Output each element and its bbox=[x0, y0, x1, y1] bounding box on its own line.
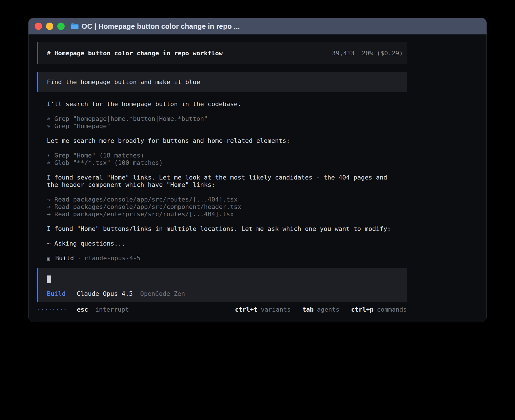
model-label: Claude Opus 4.5 bbox=[77, 290, 133, 297]
tool-call-grep: ∗ Grep "homepage|home.*button|Home.*butt… bbox=[47, 115, 398, 123]
esc-action: interrupt bbox=[95, 306, 129, 313]
terminal-window: OC | Homepage button color change in rep… bbox=[28, 18, 487, 322]
zoom-button[interactable] bbox=[57, 23, 65, 30]
shortcut-key: tab bbox=[302, 306, 314, 313]
session-title: # Homepage button color change in repo w… bbox=[47, 50, 223, 57]
agent-separator: · bbox=[77, 255, 81, 262]
traffic-lights bbox=[35, 23, 65, 30]
shortcut-key: ctrl+t bbox=[235, 306, 257, 313]
assistant-text: I found several "Home" links. Let me loo… bbox=[47, 174, 398, 189]
status-bar: ········ esc interrupt ctrl+tvariants ta… bbox=[37, 306, 407, 313]
conversation: I'll search for the homepage button in t… bbox=[37, 100, 407, 262]
assistant-text: I'll search for the homepage button in t… bbox=[47, 100, 398, 108]
terminal-body: # Homepage button color change in repo w… bbox=[29, 34, 486, 322]
close-button[interactable] bbox=[35, 23, 42, 30]
session-stats: 39,41320% ($0.29) bbox=[332, 50, 403, 57]
window-title: OC | Homepage button color change in rep… bbox=[82, 22, 240, 30]
tool-call-grep: ∗ Grep "Home" (18 matches) bbox=[47, 152, 398, 159]
composer-meta: Build Claude Opus 4.5 OpenCode Zen bbox=[47, 290, 403, 298]
text-cursor bbox=[47, 275, 51, 283]
tool-call-read: → Read packages/console/app/src/componen… bbox=[47, 203, 398, 211]
tool-call-read: → Read packages/console/app/src/routes/[… bbox=[47, 196, 398, 203]
user-message: Find the homepage button and make it blu… bbox=[37, 72, 407, 92]
tool-call-read: → Read packages/enterprise/src/routes/[.… bbox=[47, 211, 398, 218]
shortcut-label: agents bbox=[317, 306, 339, 313]
agent-name: Build bbox=[55, 255, 74, 262]
shortcut-label: commands bbox=[377, 306, 407, 313]
tool-call-group: ∗ Grep "homepage|home.*button|Home.*butt… bbox=[47, 115, 398, 130]
spinner-dots: ········ bbox=[37, 306, 67, 313]
shortcut-agents: tabagents bbox=[302, 306, 339, 313]
shortcut-variants: ctrl+tvariants bbox=[235, 306, 291, 313]
working-status: ~ Asking questions... bbox=[47, 240, 398, 247]
folder-icon bbox=[71, 23, 79, 29]
statusbar-left: ········ esc interrupt bbox=[37, 306, 129, 313]
esc-key: esc bbox=[77, 306, 88, 313]
shortcut-key: ctrl+p bbox=[351, 306, 374, 313]
input-area[interactable]: Build Claude Opus 4.5 OpenCode Zen bbox=[37, 268, 407, 302]
tool-call-glob: ∗ Glob "**/*.tsx" (100 matches) bbox=[47, 159, 398, 167]
minimize-button[interactable] bbox=[46, 23, 53, 30]
shortcut-commands: ctrl+pcommands bbox=[351, 306, 407, 313]
tool-call-grep: ∗ Grep "Homepage" bbox=[47, 123, 398, 130]
statusbar-right: ctrl+tvariants tabagents ctrl+pcommands bbox=[227, 306, 407, 313]
user-message-text: Find the homepage button and make it blu… bbox=[47, 78, 200, 86]
agent-model: claude-opus-4-5 bbox=[84, 255, 141, 262]
shortcut-label: variants bbox=[261, 306, 291, 313]
assistant-text: I found "Home" buttons/links in multiple… bbox=[47, 225, 398, 233]
token-count: 39,413 bbox=[332, 50, 354, 57]
agent-icon: ▣ bbox=[47, 255, 50, 262]
tool-call-group: ∗ Grep "Home" (18 matches) ∗ Glob "**/*.… bbox=[47, 152, 398, 167]
agent-indicator: ▣ Build · claude-opus-4-5 bbox=[47, 255, 398, 262]
titlebar[interactable]: OC | Homepage button color change in rep… bbox=[29, 18, 486, 34]
session-header: # Homepage button color change in repo w… bbox=[37, 42, 407, 64]
assistant-text: Let me search more broadly for buttons a… bbox=[47, 137, 398, 145]
provider-label: OpenCode Zen bbox=[140, 290, 185, 297]
mode-label: Build bbox=[47, 290, 66, 297]
tool-call-group: → Read packages/console/app/src/routes/[… bbox=[47, 196, 398, 218]
context-usage: 20% ($0.29) bbox=[362, 50, 403, 57]
